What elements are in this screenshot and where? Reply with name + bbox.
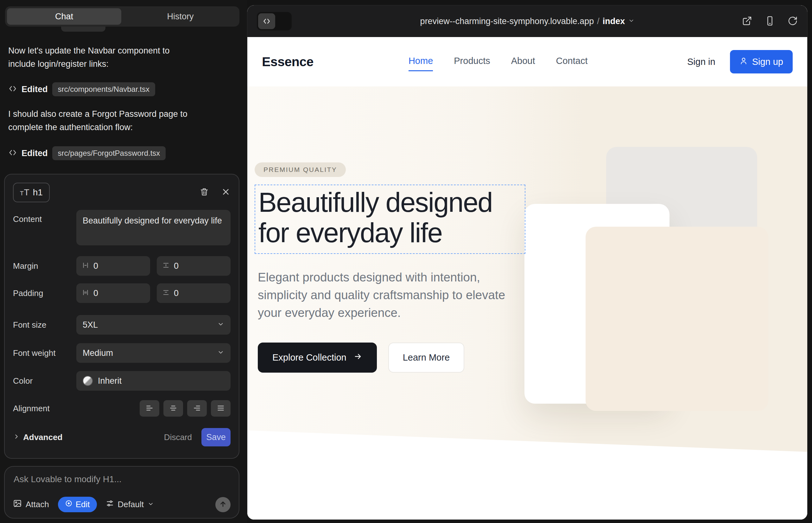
align-justify-button[interactable] bbox=[211, 400, 231, 417]
margin-x-icon bbox=[82, 262, 89, 270]
chevron-down-icon bbox=[217, 321, 224, 329]
arrow-right-icon bbox=[353, 352, 362, 363]
chat-message: I should also create a Forgot Password p… bbox=[8, 108, 205, 134]
alignment-label: Alignment bbox=[13, 404, 76, 413]
site-preview: Essence Home Products About Contact Sign… bbox=[247, 37, 807, 520]
nav-link-products[interactable]: Products bbox=[454, 56, 490, 68]
align-center-button[interactable] bbox=[163, 400, 183, 417]
attach-button[interactable]: Attach bbox=[13, 499, 49, 510]
edited-label: Edited bbox=[21, 148, 48, 158]
chat-input[interactable] bbox=[14, 474, 230, 484]
discard-button[interactable]: Discard bbox=[164, 432, 192, 442]
edited-row: Edited src/components/Navbar.tsx bbox=[8, 82, 155, 97]
preview-header: preview--charming-site-symphony.lovable.… bbox=[247, 5, 807, 37]
hero-section: PREMIUM QUALITY Beautifully designed for… bbox=[247, 86, 807, 462]
code-icon bbox=[258, 13, 275, 29]
margin-x-input[interactable]: 0 bbox=[76, 256, 150, 276]
hero-badge[interactable]: PREMIUM QUALITY bbox=[254, 162, 346, 177]
margin-label: Margin bbox=[13, 261, 76, 271]
align-right-icon bbox=[193, 404, 201, 413]
decor-card-cream bbox=[586, 227, 768, 411]
preview-pane: preview--charming-site-symphony.lovable.… bbox=[247, 5, 808, 520]
explore-collection-button[interactable]: Explore Collection bbox=[258, 343, 377, 373]
tab-chat[interactable]: Chat bbox=[7, 8, 121, 25]
element-editor-panel: TT h1 Content Beautifully designed for e… bbox=[4, 174, 240, 459]
site-navbar: Essence Home Products About Contact Sign… bbox=[247, 37, 807, 86]
color-label: Color bbox=[13, 376, 76, 386]
chat-message: Now let's update the Navbar component to… bbox=[8, 44, 198, 71]
chevron-down-icon bbox=[147, 500, 154, 509]
element-tag-label: h1 bbox=[33, 187, 43, 198]
font-weight-label: Font weight bbox=[13, 348, 76, 358]
edit-target-icon bbox=[65, 500, 72, 509]
content-input[interactable]: Beautifully designed for everyday life bbox=[76, 210, 231, 245]
edit-mode-button[interactable]: Edit bbox=[58, 497, 97, 512]
code-view-toggle[interactable] bbox=[257, 12, 292, 30]
sign-up-button[interactable]: Sign up bbox=[730, 50, 793, 73]
edited-row: Edited src/pages/ForgotPassword.tsx bbox=[8, 146, 166, 161]
attach-icon bbox=[13, 499, 22, 510]
font-size-label: Font size bbox=[13, 320, 76, 330]
hero-title[interactable]: Beautifully designed for everyday life bbox=[259, 187, 499, 248]
code-icon bbox=[8, 84, 17, 94]
nav-link-home[interactable]: Home bbox=[408, 56, 433, 68]
close-icon[interactable] bbox=[221, 187, 231, 198]
refresh-button[interactable] bbox=[788, 16, 798, 27]
user-icon bbox=[740, 57, 748, 67]
text-size-icon: TT bbox=[20, 187, 30, 198]
element-tag-pill[interactable]: TT h1 bbox=[13, 183, 50, 202]
padding-y-icon bbox=[162, 289, 170, 297]
mobile-view-button[interactable] bbox=[765, 16, 775, 27]
preview-route: index bbox=[603, 16, 625, 26]
align-justify-icon bbox=[217, 404, 225, 413]
sliders-icon bbox=[106, 499, 114, 510]
learn-more-button[interactable]: Learn More bbox=[388, 343, 464, 373]
code-icon bbox=[8, 148, 17, 158]
padding-label: Padding bbox=[13, 288, 76, 298]
content-label: Content bbox=[13, 214, 76, 224]
external-link-icon bbox=[742, 16, 752, 27]
nav-link-about[interactable]: About bbox=[511, 56, 535, 68]
send-button[interactable] bbox=[215, 497, 231, 512]
padding-y-input[interactable]: 0 bbox=[157, 283, 231, 303]
trash-icon[interactable] bbox=[199, 187, 209, 198]
site-brand[interactable]: Essence bbox=[262, 54, 314, 69]
selected-element-outline[interactable]: Beautifully designed for everyday life bbox=[254, 184, 525, 254]
padding-x-input[interactable]: 0 bbox=[76, 283, 150, 303]
padding-x-icon bbox=[82, 289, 89, 297]
font-size-select[interactable]: 5XL bbox=[76, 315, 231, 335]
color-select[interactable]: Inherit bbox=[76, 371, 231, 391]
mobile-icon bbox=[765, 16, 775, 27]
preview-url-control[interactable]: preview--charming-site-symphony.lovable.… bbox=[420, 16, 635, 26]
align-left-icon bbox=[145, 404, 154, 413]
color-swatch-icon bbox=[83, 376, 93, 386]
tab-history[interactable]: History bbox=[123, 8, 237, 25]
margin-y-input[interactable]: 0 bbox=[157, 256, 231, 276]
advanced-expander[interactable]: Advanced bbox=[13, 432, 63, 442]
save-button[interactable]: Save bbox=[201, 428, 231, 446]
sign-in-link[interactable]: Sign in bbox=[687, 57, 716, 67]
chat-sidebar: Chat History Now let's update the Navbar… bbox=[0, 0, 247, 523]
file-chip[interactable]: src/pages/ForgotPassword.tsx bbox=[52, 146, 166, 160]
margin-y-icon bbox=[162, 262, 170, 270]
edited-label: Edited bbox=[21, 85, 48, 94]
align-right-button[interactable] bbox=[187, 400, 207, 417]
file-chip[interactable]: src/components/Navbar.tsx bbox=[52, 82, 155, 96]
hero-paragraph[interactable]: Elegant products designed with intention… bbox=[258, 269, 514, 321]
refresh-icon bbox=[788, 16, 798, 27]
nav-link-contact[interactable]: Contact bbox=[556, 56, 588, 68]
chat-composer: Attach Edit Default bbox=[4, 466, 240, 519]
preview-url: preview--charming-site-symphony.lovable.… bbox=[420, 16, 594, 26]
chevron-down-icon bbox=[628, 17, 634, 25]
font-weight-select[interactable]: Medium bbox=[76, 343, 231, 363]
open-external-button[interactable] bbox=[742, 16, 752, 27]
align-center-icon bbox=[169, 404, 177, 413]
send-icon bbox=[219, 500, 227, 509]
sidebar-tabs: Chat History bbox=[5, 6, 240, 26]
align-left-button[interactable] bbox=[140, 400, 159, 417]
chevron-right-icon bbox=[13, 432, 20, 442]
model-default-select[interactable]: Default bbox=[106, 499, 154, 510]
chevron-down-icon bbox=[217, 349, 224, 357]
